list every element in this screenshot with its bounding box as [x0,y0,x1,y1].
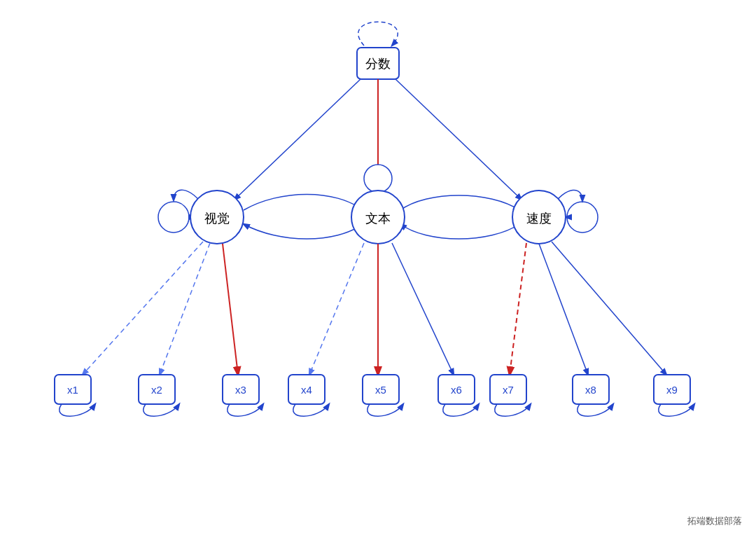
mid-right-label: 速度 [526,212,552,226]
svg-line-19 [510,243,526,375]
leaf8-label: x8 [585,384,596,396]
leaf4-label: x4 [301,384,312,396]
svg-line-15 [223,244,238,375]
leaf7-label: x7 [503,384,514,396]
svg-line-16 [309,243,364,375]
leaf1-label: x1 [67,384,78,396]
svg-line-1 [234,79,360,200]
watermark: 拓端数据部落 [687,515,742,527]
svg-line-3 [396,79,522,200]
svg-point-8 [364,165,392,193]
mid-center-label: 文本 [365,212,391,226]
watermark-icon [687,515,756,540]
svg-line-20 [539,244,588,375]
svg-line-18 [392,243,454,375]
leaf3-label: x3 [235,384,246,396]
leaf2-label: x2 [151,384,162,396]
leaf9-label: x9 [666,384,678,396]
root-label: 分数 [365,57,391,71]
svg-point-6 [567,202,598,233]
leaf6-label: x6 [451,384,462,396]
svg-line-21 [552,242,666,375]
diagram-canvas: 分数 视觉 文本 [0,0,756,540]
svg-point-4 [158,202,189,233]
leaf5-label: x5 [375,384,386,396]
svg-line-14 [160,243,210,375]
mid-left-label: 视觉 [204,212,230,226]
